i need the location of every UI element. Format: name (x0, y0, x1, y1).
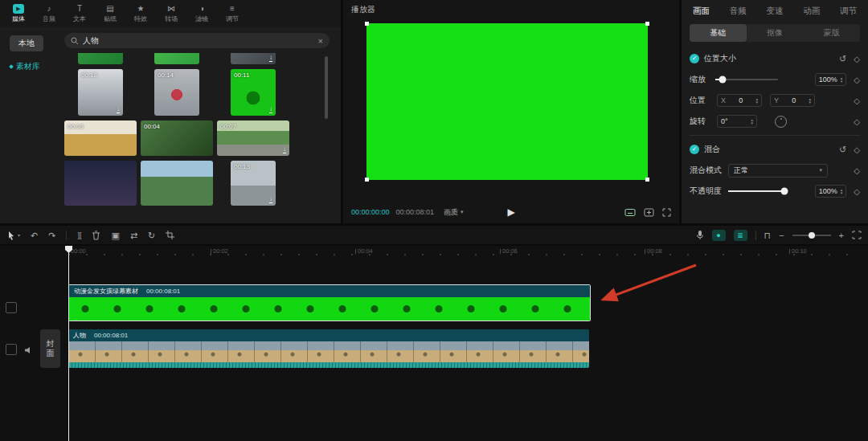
resize-handle[interactable] (645, 178, 649, 182)
freeze-frame-button[interactable]: ▣ (111, 231, 119, 240)
opacity-slider-handle[interactable] (780, 188, 788, 195)
stepper-down-icon[interactable]: ▾ (841, 80, 843, 83)
media-thumbnail[interactable]: 00:11 ↓ (231, 69, 276, 116)
tab-text[interactable]: T 文本 (64, 3, 95, 23)
scale-value-input[interactable]: 100% ▴ ▾ (815, 73, 847, 86)
nav-local[interactable]: 本地 (10, 35, 43, 51)
reset-icon[interactable]: ↺ (839, 54, 846, 64)
keyframe-icon[interactable]: ◇ (854, 96, 860, 105)
tab-adjustment[interactable]: 调节 (840, 6, 857, 17)
resize-handle[interactable] (365, 22, 369, 26)
scale-slider[interactable] (715, 79, 778, 80)
media-thumbnail[interactable]: 00:04 (141, 120, 213, 156)
track-options-icon[interactable] (6, 344, 17, 355)
mute-track-button[interactable] (24, 343, 33, 357)
auto-caption-button[interactable]: ≣ (734, 230, 747, 241)
microphone-button[interactable] (696, 230, 704, 240)
quality-dropdown[interactable]: 画质 ▾ (444, 207, 464, 218)
subtab-basic[interactable]: 基础 (690, 24, 747, 42)
snap-button[interactable]: ⊓ (764, 231, 772, 240)
preview-green-screen-clip[interactable] (366, 23, 648, 180)
opacity-value-input[interactable]: 100% ▴ ▾ (815, 185, 847, 198)
download-icon[interactable]: ↓ (269, 196, 272, 203)
record-audio-button[interactable]: ● (712, 230, 726, 241)
media-thumbnail[interactable] (64, 161, 137, 206)
download-icon[interactable]: ↓ (283, 146, 286, 153)
tab-sticker[interactable]: ▤ 贴纸 (95, 3, 125, 23)
clip-person[interactable]: 人物 00:00:08:01 (68, 329, 589, 368)
ratio-icon[interactable] (624, 208, 636, 217)
search-input[interactable]: 人物 × (64, 33, 330, 48)
zoom-out-button[interactable]: − (779, 231, 784, 240)
position-size-checkbox[interactable]: ✓ (690, 54, 699, 63)
tab-media[interactable]: ▶ 媒体 (3, 4, 34, 23)
media-thumbnail[interactable]: 00:07 ↓ (217, 120, 289, 156)
timeline-ruler[interactable]: 00:00 00:02 00:04 00:06 00:08 00:10 (0, 246, 868, 257)
scale-slider-handle[interactable] (719, 76, 727, 84)
zoom-in-button[interactable]: + (839, 231, 844, 240)
track-options-icon[interactable] (6, 302, 17, 313)
download-icon[interactable]: ↓ (269, 55, 272, 62)
resize-handle[interactable] (645, 22, 649, 26)
tab-transition[interactable]: ⋈ 转场 (156, 3, 186, 23)
fullscreen-icon[interactable] (662, 208, 671, 217)
undo-button[interactable]: ↶ (31, 231, 38, 240)
zoom-slider-handle[interactable] (809, 232, 815, 239)
crop-button[interactable] (166, 231, 174, 239)
rotate-value-input[interactable]: 0° ▴ ▾ (717, 115, 757, 128)
rotate-knob[interactable] (775, 116, 787, 128)
media-thumbnail[interactable] (154, 53, 199, 64)
media-thumbnail[interactable]: 00:13 ↓ (231, 161, 276, 206)
rotate-button[interactable]: ↻ (148, 231, 155, 240)
fit-timeline-button[interactable] (852, 231, 862, 239)
redo-button[interactable]: ↷ (48, 231, 55, 240)
media-thumbnail[interactable] (141, 161, 213, 206)
subtab-mask[interactable]: 蒙版 (803, 24, 860, 42)
tab-effects[interactable]: ★ 特效 (125, 3, 156, 23)
stepper-down-icon[interactable]: ▾ (751, 121, 753, 125)
fit-screen-icon[interactable] (644, 208, 654, 217)
keyframe-icon[interactable]: ◇ (854, 117, 860, 126)
tab-audio[interactable]: ♪ 音频 (34, 3, 64, 23)
tab-filter[interactable]: ◑ 滤镜 (186, 3, 217, 23)
download-icon[interactable]: ↓ (117, 106, 120, 113)
resize-handle[interactable] (365, 178, 369, 182)
media-grid-scrollbar[interactable] (325, 56, 328, 119)
blend-checkbox[interactable]: ✓ (690, 145, 699, 154)
play-button[interactable]: ▶ (507, 206, 514, 218)
media-thumbnail[interactable]: 00:14 (154, 69, 199, 116)
keyframe-icon[interactable]: ◇ (854, 166, 860, 175)
keyframe-icon[interactable]: ◇ (854, 76, 860, 84)
timeline-zoom-slider[interactable] (792, 235, 831, 236)
reset-icon[interactable]: ↺ (839, 145, 846, 155)
position-x-input[interactable]: X 0 ▴ ▾ (717, 94, 762, 107)
blend-mode-select[interactable]: 正常 ▾ (728, 164, 828, 178)
stepper-down-icon[interactable]: ▾ (841, 191, 843, 194)
tab-adjust[interactable]: ≡ 调节 (217, 3, 248, 23)
subtab-chroma-key[interactable]: 抠像 (747, 24, 804, 42)
split-button[interactable]: ][ (77, 231, 81, 240)
position-y-input[interactable]: Y 0 ▴ ▾ (770, 94, 815, 107)
clear-search-icon[interactable]: × (318, 36, 323, 46)
mirror-button[interactable]: ⇄ (130, 231, 137, 240)
media-thumbnail[interactable]: 00:18 ↓ (78, 69, 123, 116)
tab-picture[interactable]: 画面 (693, 6, 710, 17)
nav-material-library[interactable]: 素材库 (10, 61, 40, 72)
download-icon[interactable]: ↓ (269, 106, 272, 113)
clip-green-screen[interactable]: 动漫金发女孩绿幕素材 00:00:08:01 (68, 284, 591, 321)
tab-audio-settings[interactable]: 音频 (730, 6, 747, 17)
keyframe-icon[interactable]: ◇ (854, 187, 860, 196)
media-thumbnail[interactable]: ↓ (231, 53, 276, 64)
cover-button[interactable]: 封面 (40, 329, 60, 368)
media-thumbnail[interactable] (78, 53, 123, 64)
keyframe-icon[interactable]: ◇ (854, 55, 860, 63)
opacity-slider[interactable] (728, 190, 786, 192)
tab-animation[interactable]: 动画 (803, 6, 820, 17)
keyframe-icon[interactable]: ◇ (854, 145, 860, 154)
stepper-down-icon[interactable]: ▾ (809, 100, 811, 104)
select-tool-button[interactable]: ▾ (8, 231, 20, 240)
tab-speed[interactable]: 变速 (767, 6, 784, 17)
media-thumbnail[interactable]: 00:03 (64, 120, 137, 156)
stepper-down-icon[interactable]: ▾ (755, 100, 758, 104)
delete-button[interactable] (92, 231, 100, 240)
